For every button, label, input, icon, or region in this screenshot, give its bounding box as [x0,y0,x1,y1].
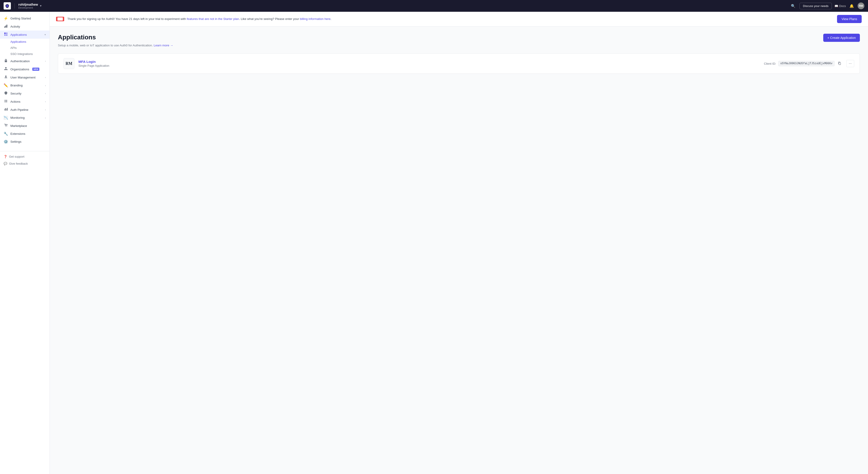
actions-icon [4,99,8,104]
logo [4,2,11,9]
activity-icon [4,24,8,29]
sidebar-item-getting-started[interactable]: ⚡ Getting Started [0,14,50,22]
app-logo-text: RM [66,61,72,66]
app-menu-button[interactable]: ··· [846,60,854,67]
sidebar-label-applications: Applications [10,33,27,36]
sidebar-item-organizations[interactable]: Organizations NEW [0,65,50,73]
trial-banner: Thank you for signing up for Auth0! You … [50,12,868,26]
actions-chevron-icon: › [45,100,46,103]
client-id-section: Client ID: o5YNaJ0963JNU5faLjTJ5zuUEjxM0… [764,61,842,67]
svg-rect-7 [5,60,7,62]
pipeline-icon [4,108,8,112]
app-name-link[interactable]: MFA Login [79,60,760,63]
svg-rect-21 [4,109,5,111]
book-icon: 📖 [835,4,838,8]
svg-point-25 [5,126,6,127]
svg-rect-1 [5,26,6,28]
app-type: Single Page Application [79,64,760,67]
svg-point-14 [5,76,6,77]
extensions-icon: 🔧 [4,131,8,136]
pipeline-chevron-icon: › [45,108,46,111]
learn-more-link[interactable]: Learn more → [154,43,173,47]
sidebar-label-organizations: Organizations [10,68,29,71]
sidebar-item-settings[interactable]: ⚙️ Settings [0,138,50,146]
svg-point-26 [6,126,7,127]
sidebar-item-auth-pipeline[interactable]: Auth Pipeline › [0,106,50,114]
avatar[interactable]: RM [858,2,864,9]
security-icon [4,91,8,96]
banner-text-prefix: Thank you for signing up for Auth0! You … [67,17,187,21]
client-id-value: o5YNaJ0963JNU5faLjTJ5zuUEjxM006v [778,61,834,66]
banner-text: Thank you for signing up for Auth0! You … [67,17,834,21]
svg-point-17 [5,102,5,102]
layout: ⚡ Getting Started Activity [0,12,868,474]
sidebar-item-actions[interactable]: Actions › [0,97,50,106]
banner-text-suffix: . [331,17,331,21]
header-divider [14,3,15,8]
marketplace-icon [4,123,8,128]
svg-rect-5 [4,34,6,36]
page-title: Applications [58,34,96,41]
monitoring-icon: 📉 [4,116,8,120]
features-link[interactable]: features that are not in the Starter pla… [187,17,239,21]
copy-client-id-button[interactable] [837,61,842,67]
sidebar-item-authentication[interactable]: Authentication › [0,57,50,65]
svg-rect-27 [839,63,841,65]
sidebar-item-monitoring[interactable]: 📉 Monitoring › [0,114,50,122]
svg-rect-6 [6,34,7,36]
svg-rect-10 [5,69,6,70]
sidebar-label-extensions: Extensions [10,132,25,136]
new-badge: NEW [32,68,39,71]
auth-chevron-icon: › [45,60,46,62]
sidebar-sublabel-sso: SSO Integrations [10,52,33,56]
sidebar-item-security[interactable]: Security › [0,89,50,97]
sidebar-label-user-mgmt: User Management [10,76,35,79]
sidebar-item-user-management[interactable]: User Management › [0,73,50,81]
app-logo: RM [64,58,74,69]
sidebar-label-branding: Branding [10,84,23,87]
page-subtitle: Setup a mobile, web or IoT application t… [58,43,860,47]
notifications-button[interactable]: 🔔 [848,3,855,9]
application-card: RM MFA Login Single Page Application Cli… [58,53,860,74]
subtitle-text: Setup a mobile, web or IoT application t… [58,43,154,47]
sidebar-subitem-apis[interactable]: APIs [0,45,50,51]
main-content: Thank you for signing up for Auth0! You … [50,12,868,474]
tenant-chevron-icon: ▼ [39,4,42,7]
create-application-button[interactable]: + Create Application [823,34,860,42]
sidebar-item-applications[interactable]: Applications ▾ [0,31,50,39]
page-header: Applications + Create Application [58,34,860,42]
give-feedback-item[interactable]: 💬 Give feedback [0,160,50,167]
lock-icon [4,59,8,63]
branding-chevron-icon: › [45,84,46,87]
client-id-label: Client ID: [764,62,776,65]
docs-button[interactable]: 📖 Docs [835,4,846,8]
applications-icon [4,32,8,37]
sidebar-item-activity[interactable]: Activity [0,22,50,31]
page-body: Applications + Create Application Setup … [50,26,868,81]
give-feedback-label: Give feedback [9,162,28,165]
sidebar-item-branding[interactable]: ✏️ Branding › [0,81,50,89]
banner-icon [56,17,64,21]
sidebar-subitem-sso[interactable]: SSO Integrations [0,51,50,57]
org-icon [4,67,8,71]
sidebar-item-extensions[interactable]: 🔧 Extensions [0,130,50,138]
tenant-switcher[interactable]: rohitjmathew Development ▼ [18,3,42,9]
svg-rect-0 [4,26,5,28]
svg-rect-23 [6,109,7,111]
sidebar-subitem-applications[interactable]: Applications [0,39,50,45]
monitoring-chevron-icon: › [45,116,46,119]
docs-label: Docs [839,4,846,8]
search-button[interactable]: 🔍 [789,2,797,9]
avatar-initials: RM [859,4,863,7]
header: rohitjmathew Development ▼ 🔍 Discuss you… [0,0,868,12]
sidebar-label-monitoring: Monitoring [10,116,25,119]
sidebar-item-marketplace[interactable]: Marketplace [0,122,50,130]
ellipsis-icon: ··· [849,61,852,65]
app-info: MFA Login Single Page Application [79,60,760,67]
discuss-needs-button[interactable]: Discuss your needs [800,3,832,9]
sidebar: ⚡ Getting Started Activity [0,12,50,474]
view-plans-button[interactable]: View Plans [837,15,862,23]
get-support-item[interactable]: ❓ Get support [0,153,50,160]
tenant-env: Development [18,6,38,9]
billing-link[interactable]: billing information here [300,17,331,21]
